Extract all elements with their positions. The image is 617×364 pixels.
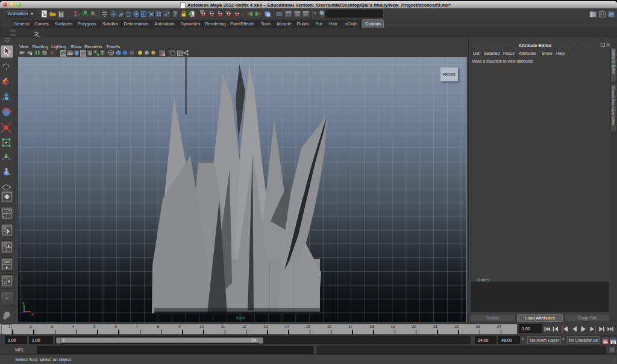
svg-text:y: y <box>22 301 25 306</box>
svg-text:x: x <box>31 312 34 316</box>
